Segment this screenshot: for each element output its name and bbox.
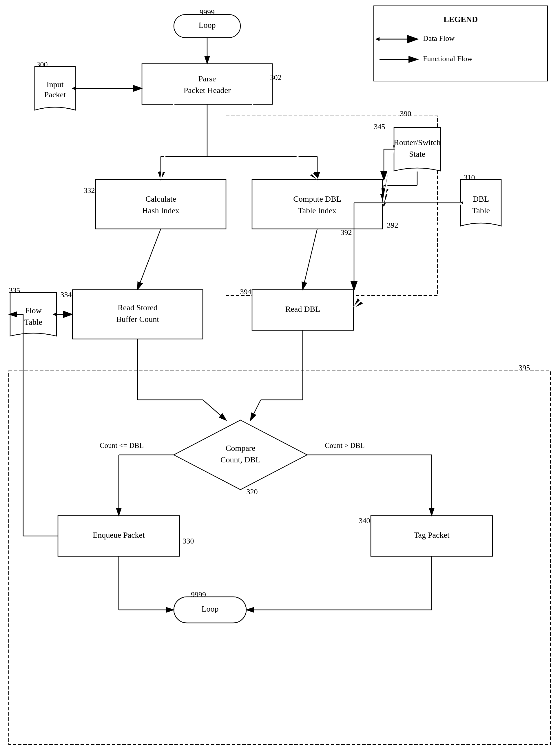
- hide-router-diag: [383, 149, 394, 204]
- compare-label-2: Count, DBL: [220, 455, 260, 464]
- loop-top-ref: 9999: [200, 8, 215, 17]
- enqueue-label: Enqueue Packet: [93, 531, 145, 539]
- compute-dbl-arrow-ref: 392: [341, 228, 352, 237]
- parse-packet-label-1: Parse: [198, 74, 216, 83]
- tag-packet-label: Tag Packet: [414, 531, 449, 539]
- parse-packet-label-2: Packet Header: [184, 86, 231, 95]
- legend-functional-flow: Functional Flow: [423, 55, 473, 63]
- loop-top-label: Loop: [198, 21, 216, 29]
- flow-table-label-2: Table: [24, 318, 42, 326]
- dbl-table-ref: 310: [464, 173, 475, 182]
- read-dbl-label: Read DBL: [285, 304, 320, 314]
- arrow-read-compare-v2: [203, 400, 226, 420]
- compare-shape: [174, 420, 307, 490]
- legend-title: LEGEND: [443, 15, 478, 24]
- calc-hash-shape: [96, 180, 226, 229]
- input-packet-label-2: Packet: [44, 90, 66, 99]
- arrow-hash-read: [138, 229, 161, 289]
- condition-right: Count > DBL: [325, 441, 365, 449]
- dashed-region-ref: 390: [400, 110, 412, 118]
- read-stored-label-1: Read Stored: [118, 303, 158, 312]
- legend-data-flow: Data Flow: [423, 34, 455, 43]
- hide-diagonal-2: [252, 104, 317, 179]
- flow-table-label-1: Flow: [25, 306, 42, 315]
- compute-dbl-label-2: Table Index: [298, 206, 337, 215]
- arrow-compute-readdbl: [303, 229, 317, 289]
- router-switch-ref: 345: [374, 122, 385, 131]
- read-dbl-left-ref: 394: [240, 288, 252, 296]
- loop-bottom-ref: 9999: [191, 591, 206, 599]
- arrow-readdbl-compare-v2: [251, 400, 261, 420]
- input-packet-ref: 300: [37, 60, 48, 69]
- condition-left: Count <= DBL: [100, 441, 144, 449]
- tag-packet-ref: 340: [359, 517, 370, 525]
- flow-table-ref: 335: [9, 286, 20, 295]
- input-packet-label-1: Input: [46, 80, 63, 89]
- diagram-container: LEGEND Data Flow Functional Flow Loop 99…: [0, 0, 560, 755]
- outer-dashed-shape: [9, 371, 551, 744]
- router-switch-label-1: Router/Switch: [394, 138, 441, 147]
- parse-packet-shape: [142, 64, 272, 104]
- dbl-table-label-1: DBL: [473, 194, 489, 203]
- calc-hash-label-2: Hash Index: [142, 206, 179, 215]
- calc-hash-label-1: Calculate: [145, 194, 176, 203]
- outer-dashed-ref: 395: [519, 363, 530, 372]
- read-stored-shape: [73, 290, 203, 339]
- compute-dbl-shape: [252, 180, 382, 229]
- hide-diagonal-1: [161, 104, 174, 179]
- compute-dbl-ref: 392: [387, 221, 398, 230]
- compare-ref: 320: [246, 488, 258, 496]
- router-switch-shape: [394, 127, 440, 171]
- read-stored-ref: 334: [61, 291, 72, 299]
- router-switch-label-2: State: [409, 150, 425, 158]
- dbl-table-label-2: Table: [472, 206, 490, 215]
- parse-packet-ref: 302: [270, 73, 282, 82]
- loop-bottom-label: Loop: [201, 604, 218, 613]
- calc-hash-ref: 332: [84, 186, 95, 195]
- compare-label-1: Compare: [226, 443, 256, 453]
- enqueue-ref: 330: [183, 537, 194, 545]
- compute-dbl-label-1: Compute DBL: [293, 194, 341, 203]
- read-stored-label-2: Buffer Count: [116, 315, 159, 324]
